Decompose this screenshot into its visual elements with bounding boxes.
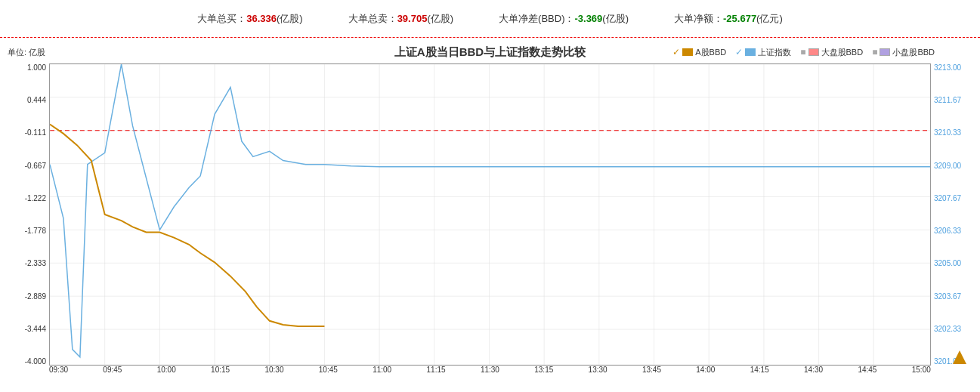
stat-total-sell-value: 39.705 — [397, 13, 428, 24]
y-axis-right: 3213.00 3211.67 3210.33 3209.00 3207.67 … — [931, 63, 972, 366]
x-label-1045: 10:45 — [319, 366, 338, 374]
y-left-8: -3.444 — [8, 325, 49, 333]
x-label-1030: 10:30 — [264, 366, 283, 374]
chart-body: 1.000 0.444 -0.111 -0.667 -1.222 -1.778 … — [8, 63, 972, 381]
x-label-1345: 13:45 — [642, 366, 661, 374]
stat-net-amount-value: -25.677 — [723, 13, 756, 24]
y-left-2: -0.111 — [8, 128, 49, 137]
y-axis-left: 1.000 0.444 -0.111 -0.667 -1.222 -1.778 … — [8, 63, 49, 366]
stat-total-buy: 大单总买：36.336(亿股) — [197, 12, 302, 26]
legend-abbd-box — [682, 48, 693, 56]
x-label-1445: 14:45 — [858, 366, 876, 374]
stat-total-buy-unit: (亿股) — [277, 13, 303, 24]
unit-label: 单位: 亿股 — [8, 47, 45, 58]
legend-abbd-label: A股BBD — [695, 47, 726, 58]
legend-abbd-check: ✓ — [672, 47, 680, 57]
x-label-1415: 14:15 — [750, 366, 769, 374]
y-right-9: 3201.00 — [931, 357, 972, 366]
x-label-1100: 11:00 — [373, 366, 391, 374]
legend-smallcap: ■ 小盘股BBD — [872, 47, 935, 58]
stat-total-sell-unit: (亿股) — [427, 13, 453, 24]
legend-bigcap-check: ■ — [800, 47, 805, 57]
x-label-1315: 13:15 — [534, 366, 553, 374]
x-label-1115: 11:15 — [427, 366, 446, 374]
chart-canvas — [49, 63, 931, 366]
chart-title: 上证A股当日BBD与上证指数走势比较 — [394, 45, 586, 60]
stat-net-diff-unit: (亿股) — [602, 13, 629, 24]
y-right-4: 3207.67 — [931, 194, 972, 202]
y-right-1: 3211.67 — [931, 96, 972, 104]
legend-index-check: ✓ — [735, 47, 743, 57]
stat-net-amount: 大单净额：-25.677(亿元) — [674, 12, 783, 26]
legend-smallcap-label: 小盘股BBD — [892, 47, 935, 58]
y-left-7: -2.889 — [8, 292, 49, 301]
x-label-0930: 09:30 — [49, 366, 68, 374]
stat-total-buy-value: 36.336 — [246, 13, 277, 24]
x-label-1500: 15:00 — [912, 366, 931, 374]
chart-svg — [50, 64, 930, 365]
y-left-4: -1.222 — [8, 194, 49, 202]
y-left-3: -0.667 — [8, 162, 49, 170]
x-label-0945: 09:45 — [103, 366, 122, 374]
legend-index-box — [745, 48, 756, 56]
bbd-line — [50, 125, 324, 326]
y-right-8: 3202.33 — [931, 325, 972, 333]
y-right-7: 3203.67 — [931, 292, 972, 301]
legend-bigcap-box — [808, 48, 819, 56]
x-label-1430: 14:30 — [804, 366, 823, 374]
stat-net-amount-label: 大单净额： — [674, 13, 723, 24]
y-right-6: 3205.00 — [931, 259, 972, 267]
index-line — [50, 64, 930, 357]
stat-total-sell-label: 大单总卖： — [348, 13, 397, 24]
y-right-3: 3209.00 — [931, 162, 972, 170]
y-right-0: 3213.00 — [931, 63, 972, 72]
x-label-1400: 14:00 — [696, 366, 715, 374]
x-label-1130: 11:30 — [481, 366, 499, 374]
legend-smallcap-box — [880, 48, 890, 56]
legend-index: ✓ 上证指数 — [735, 47, 791, 58]
legend-index-label: 上证指数 — [758, 47, 791, 58]
y-right-5: 3206.33 — [931, 227, 972, 235]
stat-net-amount-unit: (亿元) — [756, 13, 783, 24]
y-left-5: -1.778 — [8, 227, 49, 235]
y-right-2: 3210.33 — [931, 128, 972, 137]
legend-bigcap: ■ 大盘股BBD — [800, 47, 863, 58]
x-label-1015: 10:15 — [211, 366, 230, 374]
y-left-6: -2.333 — [8, 259, 49, 267]
chart-legend: ✓ A股BBD ✓ 上证指数 ■ 大盘股BBD ■ 小盘股BBD — [672, 47, 935, 58]
legend-smallcap-check: ■ — [872, 47, 877, 57]
y-left-0: 1.000 — [8, 63, 49, 72]
y-left-1: 0.444 — [8, 96, 49, 104]
x-label-1330: 13:30 — [589, 366, 607, 374]
legend-bigcap-label: 大盘股BBD — [821, 47, 864, 58]
x-label-1000: 10:00 — [157, 366, 176, 374]
stat-net-diff-value: -3.369 — [574, 13, 602, 24]
chart-area: 单位: 亿股 上证A股当日BBD与上证指数走势比较 ✓ A股BBD ✓ 上证指数… — [0, 41, 980, 392]
stat-net-diff: 大单净差(BBD)：-3.369(亿股) — [499, 12, 629, 26]
stat-net-diff-label: 大单净差(BBD)： — [499, 13, 574, 24]
x-axis: 09:30 09:45 10:00 10:15 10:30 10:45 11:0… — [49, 366, 931, 381]
stat-total-sell: 大单总卖：39.705(亿股) — [348, 12, 453, 26]
y-left-9: -4.000 — [8, 357, 49, 366]
chart-header: 单位: 亿股 上证A股当日BBD与上证指数走势比较 ✓ A股BBD ✓ 上证指数… — [0, 41, 980, 63]
top-stats-bar: 大单总买：36.336(亿股) 大单总卖：39.705(亿股) 大单净差(BBD… — [0, 0, 980, 38]
stat-total-buy-label: 大单总买： — [197, 13, 246, 24]
legend-abbd: ✓ A股BBD — [672, 47, 726, 58]
